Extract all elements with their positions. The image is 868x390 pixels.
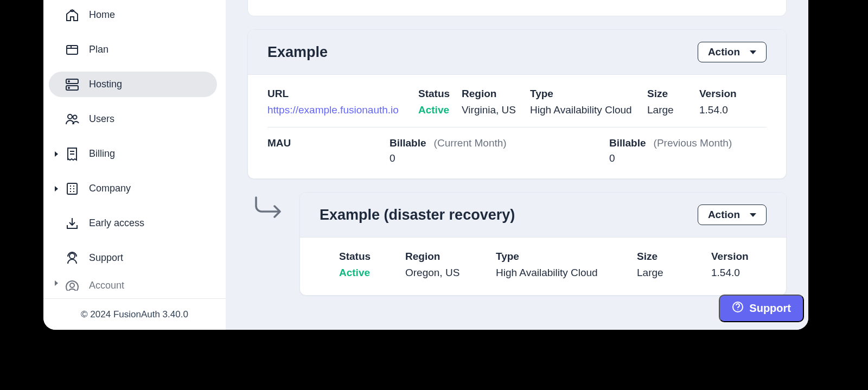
card-body: StatusActive RegionOregon, US TypeHigh A…	[300, 238, 786, 295]
header-version: Version	[699, 88, 736, 100]
action-dropdown-button[interactable]: Action	[698, 204, 767, 225]
header-type: Type	[530, 88, 647, 100]
label-previous-month: (Previous Month)	[654, 137, 732, 149]
dr-summary-row: StatusActive RegionOregon, US TypeHigh A…	[320, 251, 767, 295]
sidebar-footer: © 2024 FusionAuth 3.40.0	[43, 298, 226, 330]
region-value: Oregon, US	[405, 267, 496, 279]
header-version: Version	[711, 251, 749, 263]
sidebar-item-label: Billing	[89, 148, 115, 159]
sidebar-item-label: Early access	[89, 218, 144, 229]
server-icon	[65, 78, 79, 92]
sidebar-item-label: Support	[89, 252, 123, 264]
header-billable-previous: Billable	[609, 137, 646, 149]
type-value: High Availability Cloud	[530, 104, 647, 116]
sidebar-item-label: Account	[89, 280, 124, 291]
header-status: Status	[339, 251, 405, 263]
header-region: Region	[405, 251, 496, 263]
sidebar-item-label: Hosting	[89, 79, 122, 90]
sidebar-nav: Home Plan Hosting Users Billing	[43, 0, 226, 298]
header-billable-current: Billable	[390, 137, 426, 149]
building-icon	[65, 182, 79, 196]
users-icon	[65, 112, 79, 126]
reply-arrow-icon	[247, 192, 292, 223]
sidebar-item-early-access[interactable]: Early access	[49, 210, 217, 236]
billable-previous-value: 0	[609, 152, 732, 164]
sidebar-item-label: Plan	[89, 44, 108, 55]
home-icon	[65, 8, 79, 22]
card-cutoff	[247, 0, 787, 16]
support-label: Support	[749, 302, 791, 315]
sidebar-item-plan[interactable]: Plan	[49, 37, 217, 62]
support-agent-icon	[65, 251, 79, 265]
sidebar-item-users[interactable]: Users	[49, 106, 217, 132]
package-icon	[65, 43, 79, 57]
action-dropdown-button[interactable]: Action	[698, 42, 767, 62]
user-circle-icon	[65, 280, 79, 291]
receipt-icon	[65, 147, 79, 161]
header-region: Region	[462, 88, 530, 100]
caret-right-icon	[53, 151, 60, 157]
card-header: Example (disaster recovery) Action	[300, 193, 786, 238]
billable-current-value: 0	[390, 152, 507, 164]
header-url: URL	[267, 88, 418, 100]
chevron-down-icon	[750, 50, 756, 54]
label-current-month: (Current Month)	[434, 137, 507, 149]
header-type: Type	[496, 251, 637, 263]
sidebar-item-hosting[interactable]: Hosting	[49, 72, 217, 97]
deployment-url[interactable]: https://example.fusionauth.io	[267, 104, 418, 116]
card-header: Example Action	[248, 30, 786, 75]
sidebar-item-company[interactable]: Company	[49, 176, 217, 201]
size-value: Large	[647, 104, 699, 116]
sidebar-item-billing[interactable]: Billing	[49, 141, 217, 167]
sidebar-item-account[interactable]: Account	[49, 280, 217, 291]
type-value: High Availability Cloud	[496, 267, 637, 279]
download-icon	[65, 216, 79, 231]
size-value: Large	[637, 267, 711, 279]
header-size: Size	[647, 88, 699, 100]
chevron-down-icon	[750, 213, 756, 217]
header-mau: MAU	[267, 137, 390, 164]
status-value: Active	[339, 267, 405, 279]
sidebar-item-label: Home	[89, 9, 115, 21]
action-label: Action	[708, 209, 740, 221]
app-window: Home Plan Hosting Users Billing	[43, 0, 808, 330]
action-label: Action	[708, 46, 740, 58]
version-value: 1.54.0	[699, 104, 736, 116]
main-content: Example Action URLhttps://example.fusion…	[226, 0, 808, 330]
deployment-card-dr: Example (disaster recovery) Action Statu…	[299, 192, 787, 296]
support-widget-button[interactable]: Support	[719, 295, 804, 322]
version-value: 1.54.0	[711, 267, 749, 279]
deployment-summary-row: URLhttps://example.fusionauth.io StatusA…	[267, 88, 767, 127]
help-circle-icon	[732, 301, 744, 316]
card-body: URLhttps://example.fusionauth.io StatusA…	[248, 75, 786, 178]
caret-right-icon	[53, 186, 60, 192]
deployment-card-primary: Example Action URLhttps://example.fusion…	[247, 29, 787, 179]
sidebar-item-label: Company	[89, 183, 131, 194]
card-title: Example	[267, 44, 328, 61]
sidebar-item-support[interactable]: Support	[49, 245, 217, 271]
status-value: Active	[418, 104, 462, 116]
copyright-text: © 2024 FusionAuth 3.40.0	[81, 309, 188, 320]
sidebar-item-home[interactable]: Home	[49, 2, 217, 28]
sidebar: Home Plan Hosting Users Billing	[43, 0, 226, 330]
sidebar-item-label: Users	[89, 113, 114, 125]
header-size: Size	[637, 251, 711, 263]
nested-card-wrap: Example (disaster recovery) Action Statu…	[247, 192, 787, 296]
caret-right-icon	[53, 280, 60, 286]
card-title: Example (disaster recovery)	[320, 207, 515, 223]
deployment-mau-row: MAU Billable (Current Month) 0	[267, 127, 767, 178]
header-status: Status	[418, 88, 462, 100]
region-value: Virginia, US	[462, 104, 530, 116]
